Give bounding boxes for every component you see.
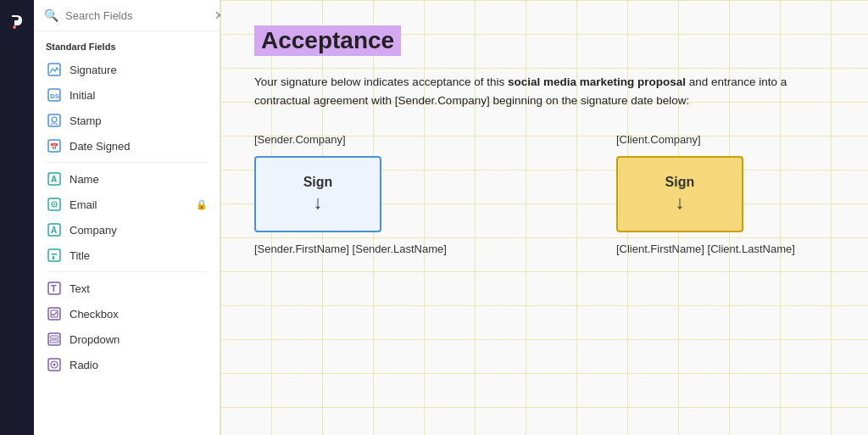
field-label-checkbox: Checkbox <box>70 308 119 321</box>
document-area: Acceptance Your signature below indicate… <box>220 0 865 294</box>
svg-rect-24 <box>50 336 58 338</box>
client-sign-arrow: ↓ <box>675 192 684 214</box>
sender-sign-label: Sign <box>303 175 333 190</box>
svg-text:A: A <box>51 226 57 235</box>
app-logo[interactable] <box>5 8 29 32</box>
field-label-title: Title <box>70 249 90 262</box>
field-label-signature: Signature <box>70 64 117 76</box>
email-icon <box>46 196 63 213</box>
sender-company-label: [Sender.Company] <box>254 133 447 146</box>
svg-text:📅: 📅 <box>50 142 58 151</box>
field-label-radio: Radio <box>70 359 98 371</box>
client-name: [Client.FirstName] [Client.LastName] <box>616 243 795 255</box>
svg-point-13 <box>53 204 55 205</box>
dropdown-icon <box>46 331 63 348</box>
divider-2 <box>46 271 208 272</box>
field-item-text[interactable]: T Text <box>34 276 220 301</box>
sender-column: [Sender.Company] Sign ↓ [Sender.FirstNam… <box>254 133 447 255</box>
text-icon: T <box>46 280 63 297</box>
field-label-email: Email <box>70 198 97 211</box>
svg-point-28 <box>53 364 56 366</box>
field-item-dropdown[interactable]: Dropdown <box>34 326 220 352</box>
svg-rect-17 <box>52 254 57 255</box>
date-signed-icon: 📅 <box>46 137 63 154</box>
sidebar: 🔍 ✕ Standard Fields Signature DS Initial <box>34 0 220 435</box>
field-label-initial: Initial <box>70 89 95 102</box>
svg-text:DS: DS <box>50 92 60 100</box>
sender-name: [Sender.FirstName] [Sender.LastName] <box>254 243 447 255</box>
field-label-date-signed: Date Signed <box>70 140 131 153</box>
svg-point-1 <box>13 25 16 29</box>
radio-icon <box>46 356 63 373</box>
left-toolbar <box>0 0 34 435</box>
svg-text:T: T <box>51 283 57 293</box>
search-input[interactable] <box>65 9 208 22</box>
client-column: [Client.Company] Sign ↓ [Client.FirstNam… <box>616 133 795 255</box>
title-icon <box>46 247 63 264</box>
field-item-title[interactable]: Title <box>34 243 220 268</box>
svg-rect-21 <box>48 308 60 320</box>
svg-rect-25 <box>50 340 58 343</box>
name-icon: A <box>46 170 63 187</box>
sender-sign-arrow: ↓ <box>314 192 323 214</box>
field-item-name[interactable]: A Name <box>34 166 220 192</box>
svg-text:A: A <box>51 175 57 184</box>
client-company-label: [Client.Company] <box>616 133 795 146</box>
field-item-initial[interactable]: DS Initial <box>34 82 220 108</box>
field-item-company[interactable]: A Company <box>34 217 220 243</box>
initial-icon: DS <box>46 86 63 103</box>
section-title: Standard Fields <box>34 38 220 57</box>
field-item-email[interactable]: Email 🔒 <box>34 192 220 217</box>
sender-sign-box[interactable]: Sign ↓ <box>254 156 381 232</box>
field-label-stamp: Stamp <box>70 114 102 127</box>
search-icon: 🔍 <box>44 8 58 22</box>
svg-rect-5 <box>48 114 60 126</box>
divider-1 <box>46 162 208 163</box>
lock-icon: 🔒 <box>196 199 208 210</box>
field-item-radio[interactable]: Radio <box>34 352 220 377</box>
bold-text: social media marketing proposal <box>508 75 686 88</box>
svg-point-6 <box>52 117 57 122</box>
acceptance-body: Your signature below indicates acceptanc… <box>254 73 831 109</box>
field-item-stamp[interactable]: Stamp <box>34 108 220 133</box>
field-item-signature[interactable]: Signature <box>34 57 220 82</box>
acceptance-title: Acceptance <box>254 25 401 56</box>
field-label-dropdown: Dropdown <box>70 333 120 346</box>
field-label-text: Text <box>70 282 90 295</box>
search-bar: 🔍 ✕ <box>34 0 220 31</box>
field-label-name: Name <box>70 173 99 186</box>
field-item-date-signed[interactable]: 📅 Date Signed <box>34 133 220 159</box>
stamp-icon <box>46 112 63 129</box>
signature-icon <box>46 61 63 78</box>
field-item-checkbox[interactable]: Checkbox <box>34 301 220 326</box>
standard-fields-section: Standard Fields Signature DS Initial <box>34 31 220 384</box>
main-content: Acceptance Your signature below indicate… <box>220 0 868 435</box>
svg-rect-16 <box>48 249 60 261</box>
client-sign-box[interactable]: Sign ↓ <box>616 156 743 232</box>
company-icon: A <box>46 221 63 238</box>
client-sign-label: Sign <box>665 175 695 190</box>
svg-rect-23 <box>48 333 60 345</box>
signers-row: [Sender.Company] Sign ↓ [Sender.FirstNam… <box>254 133 831 255</box>
svg-rect-18 <box>53 256 54 259</box>
body-text-1: Your signature below indicates acceptanc… <box>254 75 508 88</box>
field-label-company: Company <box>70 224 117 237</box>
checkbox-icon <box>46 305 63 322</box>
